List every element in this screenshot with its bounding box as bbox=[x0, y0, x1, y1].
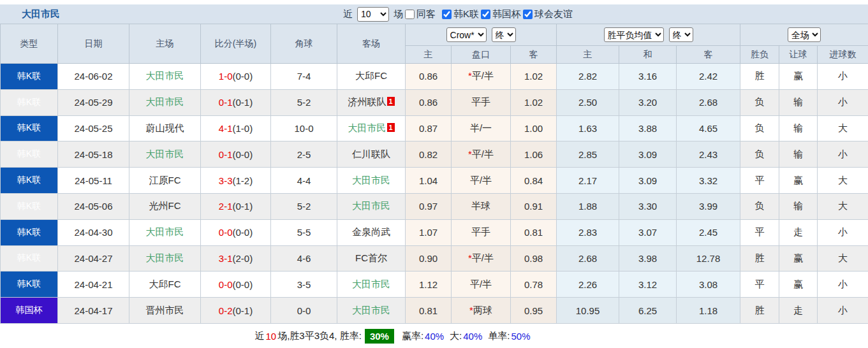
team-name[interactable]: FC首尔 bbox=[355, 252, 387, 263]
team-name[interactable]: 金泉尚武 bbox=[352, 226, 390, 237]
team-name[interactable]: 大田市民 bbox=[146, 70, 184, 81]
cell-odds-home: 0.90 bbox=[406, 245, 452, 272]
cell-handicap: *平/半 bbox=[452, 141, 511, 168]
team-name[interactable]: 仁川联队 bbox=[352, 149, 390, 159]
odds-time-select[interactable]: 终 bbox=[492, 27, 516, 42]
cell-home-team: 大田市民 bbox=[129, 89, 201, 115]
halftime-score: (0-0) bbox=[233, 227, 253, 238]
cell-date: 24-04-17 bbox=[58, 298, 129, 324]
cell-goals: 大 bbox=[818, 193, 868, 219]
cell-away-team: 大田市民 bbox=[337, 168, 406, 194]
halftime-score: (2-0) bbox=[233, 253, 253, 264]
cell-result: 平 bbox=[740, 168, 779, 194]
handicap-rate-value: 40% bbox=[425, 331, 444, 342]
fulltime-score: 0-1 bbox=[219, 97, 233, 108]
cell-home-team: 大田市民 bbox=[129, 64, 201, 90]
filter-bar: 近 10 场 同客 韩K联 韩国杯 球会友谊 bbox=[343, 4, 573, 24]
col-header-score: 比分(半场) bbox=[201, 24, 271, 64]
cell-odds-away: 0.84 bbox=[511, 168, 557, 194]
team-name[interactable]: 大田市民 bbox=[352, 305, 390, 315]
cell-handicap: 平/半 bbox=[452, 272, 511, 298]
recent-count-select[interactable]: 10 bbox=[357, 7, 389, 22]
team-name[interactable]: 蔚山现代 bbox=[146, 122, 184, 133]
team-name[interactable]: 江原FC bbox=[149, 175, 181, 185]
cell-handicap-result: 赢 bbox=[779, 245, 818, 272]
cell-handicap-result: 输 bbox=[779, 193, 818, 219]
avg-type-select[interactable]: 胜平负均值 bbox=[604, 27, 664, 42]
cell-handicap: *平/半 bbox=[452, 245, 511, 272]
cell-avg-home: 2.17 bbox=[557, 168, 619, 194]
cell-handicap: *平/半 bbox=[452, 64, 511, 90]
team-name[interactable]: 晋州市民 bbox=[146, 305, 184, 315]
cell-away-team: 济州联队1 bbox=[337, 89, 406, 115]
team-name[interactable]: 大邱FC bbox=[355, 70, 387, 81]
odds-company-select[interactable]: Crow* bbox=[446, 27, 487, 42]
cell-result: 平 bbox=[740, 219, 779, 245]
cell-odds-away: 0.78 bbox=[511, 272, 557, 298]
team-name[interactable]: 济州联队 bbox=[348, 96, 386, 107]
title-bar: 大田市民 近 10 场 同客 韩K联 韩国杯 球会友谊 bbox=[0, 4, 868, 24]
cell-avg-draw: 3.07 bbox=[619, 219, 677, 245]
cell-result: 负 bbox=[740, 193, 779, 219]
cell-avg-away: 3.08 bbox=[677, 272, 740, 298]
cell-corners: 10-0 bbox=[271, 115, 337, 141]
league-kleague-checkbox[interactable] bbox=[442, 10, 452, 19]
cell-odds-home: 1.07 bbox=[406, 219, 452, 245]
big-rate-value: 40% bbox=[463, 331, 482, 342]
halftime-score: (0-1) bbox=[233, 305, 253, 316]
scope-select[interactable]: 全场 bbox=[788, 27, 821, 42]
match-row: 韩K联24-04-30大田市民0-0(0-0)5-5金泉尚武1.07平手0.81… bbox=[1, 219, 868, 245]
team-name[interactable]: 大田市民 bbox=[146, 96, 184, 107]
league-koreacup-checkbox[interactable] bbox=[481, 10, 490, 19]
cell-avg-away: 2.43 bbox=[677, 141, 740, 168]
team-name[interactable]: 光州FC bbox=[149, 200, 181, 211]
sub-header-handicap: 盘口 bbox=[452, 46, 511, 64]
cell-odds-away: 0.91 bbox=[511, 193, 557, 219]
league-type-badge: 韩K联 bbox=[1, 219, 58, 245]
fulltime-score: 0-1 bbox=[219, 149, 233, 160]
cell-avg-draw: 3.98 bbox=[619, 245, 677, 272]
cell-home-team: 晋州市民 bbox=[129, 298, 201, 324]
cell-home-team: 大田市民 bbox=[129, 219, 201, 245]
cell-avg-home: 2.83 bbox=[557, 219, 619, 245]
handicap-text: 平/半 bbox=[472, 70, 494, 81]
recent-label: 近 bbox=[343, 8, 353, 20]
sub-header-odds-away: 客 bbox=[511, 46, 557, 64]
handicap-text: 半/一 bbox=[470, 122, 492, 133]
top-strip bbox=[0, 0, 868, 4]
team-name[interactable]: 大田市民 bbox=[352, 200, 390, 211]
cell-score: 0-2(0-1) bbox=[201, 298, 271, 324]
same-opponent-checkbox[interactable] bbox=[405, 10, 415, 19]
summary-stats: 场,胜3平3负4, 胜率: bbox=[277, 330, 362, 342]
match-row: 韩K联24-04-21大邱FC0-0(0-0)3-5大田市民1.12平/半0.7… bbox=[1, 272, 868, 298]
cell-goals: 小 bbox=[818, 272, 868, 298]
cell-avg-draw: 3.20 bbox=[619, 89, 677, 115]
cell-away-team: 大田市民 bbox=[337, 272, 406, 298]
cell-avg-home: 10.95 bbox=[557, 298, 619, 324]
cell-result: 负 bbox=[740, 115, 779, 141]
fulltime-score: 0-2 bbox=[219, 305, 233, 316]
cell-away-team: 大邱FC bbox=[337, 64, 406, 90]
team-name[interactable]: 大田市民 bbox=[352, 279, 390, 289]
team-name[interactable]: 大田市民 bbox=[348, 122, 386, 133]
cell-result: 负 bbox=[740, 141, 779, 168]
sub-header-avg-home: 主 bbox=[557, 46, 619, 64]
team-name[interactable]: 大田市民 bbox=[146, 252, 184, 263]
league-friendly-checkbox[interactable] bbox=[523, 10, 533, 19]
cell-home-team: 大邱FC bbox=[129, 272, 201, 298]
team-name[interactable]: 大田市民 bbox=[352, 175, 390, 185]
team-name[interactable]: 大田市民 bbox=[146, 226, 184, 237]
col-header-date: 日期 bbox=[58, 24, 129, 64]
halftime-score: (1-0) bbox=[233, 123, 253, 134]
team-name[interactable]: 大邱FC bbox=[149, 279, 181, 289]
halftime-score: (0-1) bbox=[233, 201, 253, 212]
handicap-text: 平手 bbox=[471, 226, 490, 237]
cell-odds-home: 1.12 bbox=[406, 272, 452, 298]
cell-avg-draw: 3.88 bbox=[619, 115, 677, 141]
league-type-badge: 韩K联 bbox=[1, 141, 58, 168]
cell-score: 0-1(0-0) bbox=[201, 141, 271, 168]
avg-time-select[interactable]: 终 bbox=[669, 27, 693, 42]
team-name[interactable]: 大田市民 bbox=[146, 149, 184, 159]
cell-avg-away: 4.65 bbox=[677, 115, 740, 141]
cell-score: 0-1(0-1) bbox=[201, 89, 271, 115]
